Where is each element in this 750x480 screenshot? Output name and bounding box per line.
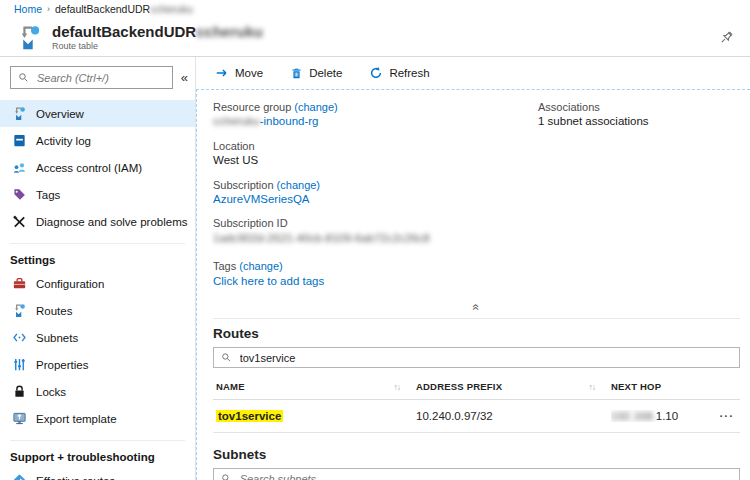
essentials: Resource group (change) ccheruku-inbound… bbox=[213, 100, 740, 298]
sidebar-item-label: Subnets bbox=[36, 332, 78, 344]
properties-icon bbox=[12, 357, 27, 372]
tag-icon bbox=[12, 187, 27, 202]
route-table-icon bbox=[12, 303, 27, 318]
essentials-right-column: Associations 1 subnet associations bbox=[538, 100, 740, 298]
route-row[interactable]: tov1service 10.240.0.97/32 192.168.1.10 … bbox=[213, 400, 740, 433]
associations-value: 1 subnet associations bbox=[538, 114, 740, 130]
sidebar-collapse-icon[interactable]: « bbox=[178, 70, 191, 85]
tags-change-link[interactable]: (change) bbox=[239, 260, 282, 272]
sidebar-item-label: Tags bbox=[36, 189, 60, 201]
activity-log-icon bbox=[12, 133, 27, 148]
sidebar-item-activity-log[interactable]: Activity log bbox=[0, 127, 195, 154]
breadcrumb-home-link[interactable]: Home bbox=[14, 3, 42, 15]
sidebar-item-label: Configuration bbox=[36, 278, 104, 290]
refresh-icon bbox=[369, 66, 383, 80]
route-table-icon bbox=[16, 24, 43, 51]
route-name[interactable]: tov1service bbox=[216, 410, 283, 422]
page-title: defaultBackendUDRccheruku bbox=[52, 23, 263, 40]
sidebar-item-label: Overview bbox=[36, 108, 84, 120]
route-row-menu-icon[interactable]: ··· bbox=[706, 410, 740, 422]
routes-col-next-hop[interactable]: NEXT HOP bbox=[611, 381, 661, 392]
refresh-button[interactable]: Refresh bbox=[369, 66, 429, 80]
effective-routes-icon bbox=[12, 473, 27, 480]
move-button[interactable]: Move bbox=[215, 66, 263, 80]
lock-icon bbox=[12, 384, 27, 399]
sort-icon[interactable]: ↑↓ bbox=[589, 382, 596, 392]
routes-filter-box bbox=[213, 347, 740, 368]
sidebar-item-export-template[interactable]: Export template bbox=[0, 405, 195, 432]
toolbox-icon bbox=[12, 276, 27, 291]
delete-button[interactable]: Delete bbox=[290, 67, 342, 80]
sidebar-item-overview[interactable]: Overview bbox=[0, 100, 195, 127]
add-tags-link[interactable]: Click here to add tags bbox=[213, 275, 324, 287]
routes-section-title: Routes bbox=[213, 326, 740, 341]
trash-icon bbox=[290, 67, 303, 80]
sidebar-item-label: Properties bbox=[36, 359, 88, 371]
subscription-change-link[interactable]: (change) bbox=[277, 179, 320, 191]
sidebar-search-input[interactable] bbox=[35, 71, 165, 85]
routes-col-name[interactable]: NAME bbox=[216, 381, 245, 392]
sidebar-search-box bbox=[10, 66, 173, 89]
search-icon bbox=[221, 473, 232, 480]
location-value: West US bbox=[213, 153, 538, 169]
page-subtitle: Route table bbox=[52, 41, 263, 51]
main-layout: « Overview bbox=[0, 57, 750, 480]
pin-icon[interactable] bbox=[719, 30, 734, 45]
resource-group-masked: ccheruku bbox=[213, 115, 260, 127]
sidebar-item-properties[interactable]: Properties bbox=[0, 351, 195, 378]
resource-group-change-link[interactable]: (change) bbox=[294, 101, 337, 113]
location-field: Location West US bbox=[213, 139, 538, 169]
sidebar-item-access-control[interactable]: Access control (IAM) bbox=[0, 154, 195, 181]
export-template-icon bbox=[12, 411, 27, 426]
page-title-block: defaultBackendUDRccheruku Route table bbox=[52, 23, 263, 50]
collapse-essentials-icon[interactable]: « bbox=[471, 304, 483, 311]
essentials-divider bbox=[213, 318, 740, 319]
sidebar: « Overview bbox=[0, 57, 196, 480]
tags-field: Tags (change) Click here to add tags bbox=[213, 259, 538, 289]
resource-group-link[interactable]: ccheruku-inbound-rg bbox=[213, 115, 319, 127]
subscription-id-field: Subscription ID 1adc902d-2621-40cb-8109-… bbox=[213, 216, 538, 246]
sidebar-item-subnets[interactable]: Subnets bbox=[0, 324, 195, 351]
route-next-hop-masked: 192.168. bbox=[611, 410, 656, 422]
sidebar-item-label: Activity log bbox=[36, 135, 91, 147]
breadcrumb-separator: › bbox=[47, 4, 50, 14]
sidebar-item-configuration[interactable]: Configuration bbox=[0, 270, 195, 297]
access-control-icon bbox=[12, 160, 27, 175]
routes-table-header: NAME↑↓ ADDRESS PREFIX↑↓ NEXT HOP bbox=[213, 374, 740, 400]
content-pane: Move Delete Refresh bbox=[196, 57, 750, 480]
subscription-id-masked: 1adc902d-2621-40cb-8109-6ab72c2c26c8 bbox=[213, 232, 430, 244]
breadcrumb-current-masked: ccheruku bbox=[150, 3, 193, 15]
search-icon bbox=[18, 72, 29, 83]
sort-icon[interactable]: ↑↓ bbox=[394, 382, 401, 392]
overview-panel: Resource group (change) ccheruku-inbound… bbox=[196, 89, 750, 480]
subnets-search-input[interactable] bbox=[238, 472, 732, 480]
subscription-field: Subscription (change) AzureVMSeriesQA bbox=[213, 178, 538, 208]
resource-group-field: Resource group (change) ccheruku-inbound… bbox=[213, 100, 538, 130]
sidebar-item-locks[interactable]: Locks bbox=[0, 378, 195, 405]
route-address-prefix: 10.240.0.97/32 bbox=[416, 410, 611, 422]
collapse-essentials-row: « bbox=[213, 300, 740, 314]
sidebar-item-diagnose[interactable]: Diagnose and solve problems bbox=[0, 208, 195, 235]
page-header: defaultBackendUDRccheruku Route table bbox=[0, 18, 750, 57]
routes-col-address-prefix[interactable]: ADDRESS PREFIX bbox=[416, 381, 502, 392]
associations-field: Associations 1 subnet associations bbox=[538, 100, 740, 130]
sidebar-section-settings: Settings bbox=[10, 243, 185, 266]
sidebar-item-tags[interactable]: Tags bbox=[0, 181, 195, 208]
sidebar-item-routes[interactable]: Routes bbox=[0, 297, 195, 324]
subscription-link[interactable]: AzureVMSeriesQA bbox=[213, 193, 310, 205]
subnets-search-box bbox=[213, 468, 740, 480]
page-title-masked: ccheruku bbox=[196, 23, 263, 40]
sidebar-item-effective-routes[interactable]: Effective routes bbox=[0, 467, 195, 480]
command-bar: Move Delete Refresh bbox=[196, 57, 750, 89]
sidebar-item-label: Locks bbox=[36, 386, 66, 398]
routes-filter-input[interactable] bbox=[238, 351, 732, 365]
sidebar-item-label: Access control (IAM) bbox=[36, 162, 142, 174]
subnets-section-title: Subnets bbox=[213, 447, 740, 462]
sidebar-search-row: « bbox=[0, 66, 195, 89]
sidebar-item-label: Export template bbox=[36, 413, 117, 425]
sidebar-item-label: Effective routes bbox=[36, 475, 115, 480]
sidebar-nav: Overview Activity log bbox=[0, 100, 195, 480]
route-next-hop: 192.168.1.10 bbox=[611, 410, 706, 422]
diagnose-icon bbox=[12, 214, 27, 229]
breadcrumb-current: defaultBackendUDRccheruku bbox=[55, 3, 193, 15]
